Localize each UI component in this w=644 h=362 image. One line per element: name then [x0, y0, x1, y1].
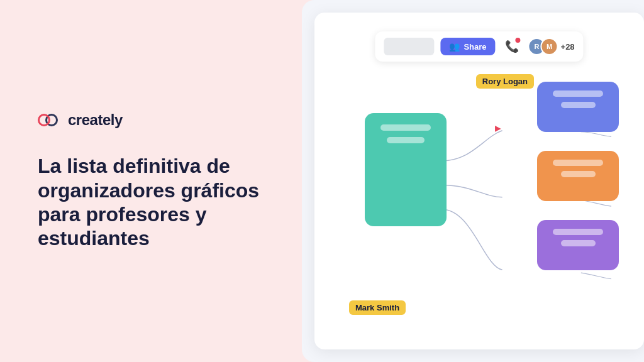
card-orange-line-2 — [561, 171, 596, 177]
left-panel: creately La lista definitiva de organiza… — [0, 0, 302, 362]
card-blue-line-1 — [553, 90, 603, 97]
svg-marker-0 — [495, 126, 501, 132]
avatars-area: R M +28 — [528, 38, 575, 55]
share-icon: 👥 — [449, 41, 460, 52]
card-orange-line-1 — [553, 160, 603, 166]
card-central — [365, 113, 447, 226]
label-mark: Mark Smith — [349, 300, 406, 315]
card-central-line-1 — [380, 124, 431, 131]
card-purple — [537, 220, 619, 270]
card-orange — [537, 151, 619, 201]
toolbar: 👥 Share 📞 R M +28 — [375, 31, 583, 62]
logo-text: creately — [68, 111, 123, 129]
logo-area: creately — [38, 111, 270, 129]
call-icon-area[interactable]: 📞 — [502, 36, 522, 57]
card-purple-line-1 — [553, 229, 603, 235]
card-blue — [537, 82, 619, 132]
label-rory: Rory Logan — [476, 74, 534, 89]
mindmap-area: Rory Logan Mark Smith — [314, 69, 644, 349]
card-central-line-2 — [387, 137, 425, 143]
share-button[interactable]: 👥 Share — [440, 38, 495, 55]
avatar-stack: R M — [528, 38, 558, 55]
diagram-card: 👥 Share 📞 R M +28 — [314, 13, 644, 349]
card-blue-line-2 — [561, 102, 596, 108]
logo-icon — [38, 113, 62, 127]
share-label: Share — [464, 42, 486, 52]
right-panel: 👥 Share 📞 R M +28 — [302, 0, 644, 362]
call-active-dot — [516, 38, 521, 43]
page-headline: La lista definitiva de organizadores grá… — [38, 154, 270, 251]
avatar-2: M — [541, 38, 558, 55]
card-purple-line-2 — [561, 240, 596, 246]
avatar-count: +28 — [561, 42, 575, 52]
toolbar-search-bar[interactable] — [384, 38, 434, 55]
